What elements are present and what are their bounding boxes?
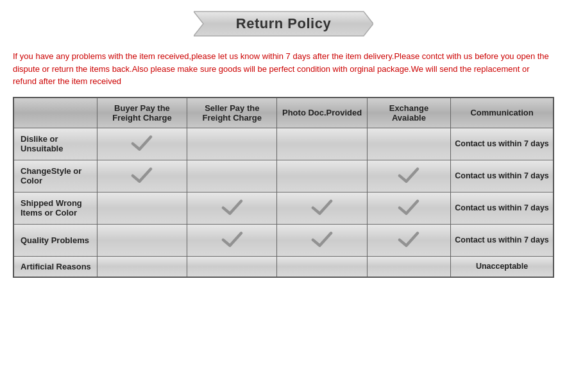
comm-cell-3: Contact us within 7 days xyxy=(451,224,554,256)
policy-note: If you have any problems with the item r… xyxy=(13,50,554,88)
seller-check-2 xyxy=(187,192,277,224)
photo-check-1 xyxy=(277,160,367,192)
col-header-comm: Communication xyxy=(451,98,554,128)
banner-wrapper: Return Policy xyxy=(13,6,554,41)
row-label-2: Shipped Wrong Items or Color xyxy=(13,192,97,224)
buyer-check-2 xyxy=(97,192,187,224)
exchange-check-1 xyxy=(367,160,450,192)
comm-cell-4: Unacceptable xyxy=(451,256,554,277)
table-row: Artificial ReasonsUnacceptable xyxy=(13,256,554,277)
col-header-label xyxy=(13,98,97,128)
table-header-row: Buyer Pay the Freight Charge Seller Pay … xyxy=(13,98,554,128)
seller-check-1 xyxy=(187,160,277,192)
seller-check-4 xyxy=(187,256,277,277)
seller-check-0 xyxy=(187,128,277,160)
photo-check-3 xyxy=(277,224,367,256)
buyer-check-4 xyxy=(97,256,187,277)
row-label-0: Dislike or Unsuitable xyxy=(13,128,97,160)
exchange-check-3 xyxy=(367,224,450,256)
banner-shape: Return Policy xyxy=(194,6,373,41)
banner-title: Return Policy xyxy=(236,15,331,32)
table-row: Quality Problems Contact us within 7 day… xyxy=(13,224,554,256)
banner: Return Policy xyxy=(194,6,373,41)
col-header-photo: Photo Doc.Provided xyxy=(277,98,367,128)
comm-cell-1: Contact us within 7 days xyxy=(451,160,554,192)
col-header-buyer: Buyer Pay the Freight Charge xyxy=(97,98,187,128)
row-label-3: Quality Problems xyxy=(13,224,97,256)
photo-check-2 xyxy=(277,192,367,224)
seller-check-3 xyxy=(187,224,277,256)
exchange-check-4 xyxy=(367,256,450,277)
row-label-1: ChangeStyle or Color xyxy=(13,160,97,192)
exchange-check-2 xyxy=(367,192,450,224)
photo-check-4 xyxy=(277,256,367,277)
buyer-check-0 xyxy=(97,128,187,160)
col-header-seller: Seller Pay the Freight Charge xyxy=(187,98,277,128)
comm-cell-0: Contact us within 7 days xyxy=(451,128,554,160)
row-label-4: Artificial Reasons xyxy=(13,256,97,277)
policy-table: Buyer Pay the Freight Charge Seller Pay … xyxy=(13,97,554,278)
col-header-exchange: Exchange Avaiable xyxy=(367,98,450,128)
table-row: ChangeStyle or Color Contact us within 7… xyxy=(13,160,554,192)
photo-check-0 xyxy=(277,128,367,160)
buyer-check-3 xyxy=(97,224,187,256)
table-row: Dislike or Unsuitable Contact us within … xyxy=(13,128,554,160)
buyer-check-1 xyxy=(97,160,187,192)
comm-cell-2: Contact us within 7 days xyxy=(451,192,554,224)
exchange-check-0 xyxy=(367,128,450,160)
table-row: Shipped Wrong Items or Color Contact us … xyxy=(13,192,554,224)
